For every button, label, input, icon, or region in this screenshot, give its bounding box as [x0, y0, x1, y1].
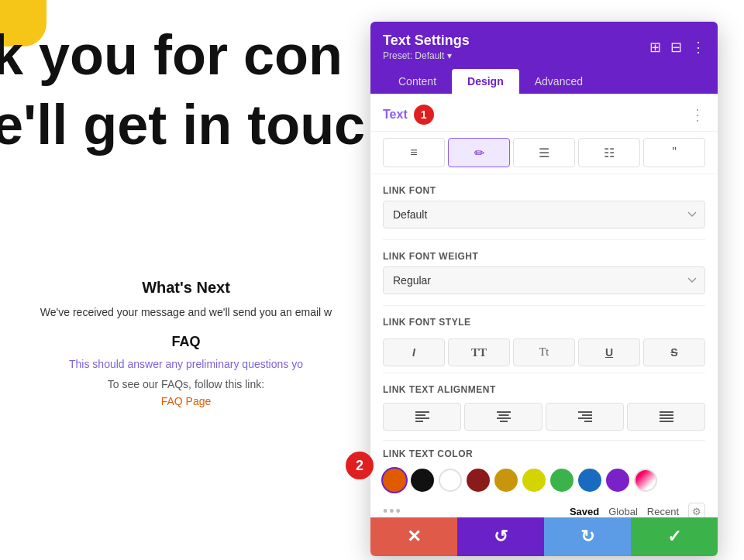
tab-advanced[interactable]: Advanced [519, 69, 598, 94]
panel-header-top: Text Settings Preset: Default ▾ ⊞ ⊟ ⋮ [383, 33, 705, 61]
wireframe-icon[interactable]: ⊞ [649, 39, 661, 56]
link-font-weight-label: Link Font Weight [383, 251, 705, 262]
panel-tabs: Content Design Advanced [383, 69, 705, 94]
tab-content[interactable]: Content [383, 69, 452, 94]
panel-body: Text 1 ⋮ ≡ ✏ ☰ ☷ " Link Font Default Ari… [370, 94, 718, 517]
saved-dots: ••• [383, 503, 402, 518]
unordered-list-tab[interactable]: ☰ [513, 138, 575, 167]
svg-rect-5 [498, 414, 508, 416]
swatch-green[interactable] [550, 469, 574, 492]
settings-panel: Text Settings Preset: Default ▾ ⊞ ⊟ ⋮ Co… [370, 22, 718, 556]
section-header-text: Text 1 ⋮ [370, 94, 718, 132]
bg-content: What's Next We've received your message … [0, 263, 372, 423]
tab-design[interactable]: Design [452, 69, 519, 94]
cancel-button[interactable]: ✕ [370, 517, 457, 556]
undo-button[interactable]: ↺ [457, 517, 544, 556]
link-font-select[interactable]: Default Arial Georgia Helvetica Verdana [383, 201, 705, 228]
section-badge: 1 [414, 105, 434, 125]
follow-link-text: To see our FAQs, follow this link: [16, 378, 356, 390]
redo-button[interactable]: ↻ [544, 517, 631, 556]
align-left-button[interactable] [383, 403, 461, 431]
link-font-weight-section: Link Font Weight Regular Bold Light Semi… [370, 240, 718, 305]
panel-header: Text Settings Preset: Default ▾ ⊞ ⊟ ⋮ Co… [370, 22, 718, 94]
link-font-label: Link Font [383, 185, 705, 196]
recent-link[interactable]: Recent [647, 506, 679, 517]
bg-heading1: k you for con [0, 23, 343, 87]
panel-title: Text Settings [383, 33, 470, 49]
faq-title: FAQ [16, 334, 356, 350]
bg-heading2: e'll get in touc [0, 93, 365, 156]
link-font-section: Link Font Default Arial Georgia Helvetic… [370, 174, 718, 239]
link-text-color-label: Link Text Color [370, 441, 718, 464]
svg-rect-13 [660, 414, 673, 416]
columns-icon[interactable]: ⊟ [670, 39, 682, 56]
link-text-alignment-label: Link Text Alignment [383, 384, 705, 395]
swatch-darkred[interactable] [467, 469, 490, 492]
align-center-button[interactable] [464, 403, 542, 431]
font-style-row: I TT Tt U S [370, 332, 718, 373]
svg-rect-7 [500, 421, 508, 422]
svg-rect-0 [415, 411, 429, 413]
faq-link[interactable]: FAQ Page [16, 395, 356, 407]
whats-next-title: What's Next [16, 279, 356, 297]
quote-tab[interactable]: " [643, 138, 705, 167]
swatch-gradient[interactable] [634, 469, 657, 492]
confirm-button[interactable]: ✓ [631, 517, 718, 556]
swatch-orange[interactable] [383, 469, 406, 492]
faq-text: This should answer any preliminary quest… [16, 358, 356, 370]
svg-rect-14 [660, 417, 673, 419]
swatch-white[interactable] [439, 469, 462, 492]
align-justify-button[interactable] [627, 403, 705, 431]
svg-rect-3 [415, 421, 423, 422]
thin-tt-button[interactable]: Tt [513, 338, 575, 366]
bold-tt-button[interactable]: TT [448, 338, 510, 366]
svg-rect-1 [415, 414, 425, 416]
panel-preset[interactable]: Preset: Default ▾ [383, 50, 470, 61]
svg-rect-2 [415, 417, 429, 419]
svg-rect-12 [660, 411, 673, 413]
tab-icons-row: ≡ ✏ ☰ ☷ " [370, 132, 718, 174]
svg-rect-6 [497, 417, 511, 419]
panel-header-icons: ⊞ ⊟ ⋮ [649, 39, 705, 56]
strikethrough-button[interactable]: S [643, 338, 705, 366]
ordered-list-tab[interactable]: ☷ [578, 138, 640, 167]
link-font-style-section: Link Font Style [370, 306, 718, 328]
svg-rect-15 [660, 421, 673, 422]
link-font-weight-select[interactable]: Regular Bold Light Semibold [383, 266, 705, 294]
svg-rect-4 [497, 411, 511, 413]
svg-rect-11 [584, 421, 592, 422]
section-title-row: Text 1 [383, 105, 434, 125]
text-align-left-tab[interactable]: ≡ [383, 138, 445, 167]
underline-button[interactable]: U [578, 338, 640, 366]
section-more-icon[interactable]: ⋮ [690, 105, 705, 124]
svg-rect-10 [578, 417, 592, 419]
panel-title-group: Text Settings Preset: Default ▾ [383, 33, 470, 61]
floating-badge-2: 2 [346, 452, 374, 479]
swatch-purple[interactable] [606, 469, 629, 492]
swatch-gold[interactable] [494, 469, 518, 492]
svg-rect-8 [578, 411, 592, 413]
align-right-button[interactable] [546, 403, 624, 431]
swatch-black[interactable] [411, 469, 434, 492]
more-options-icon[interactable]: ⋮ [691, 39, 705, 56]
align-row [370, 400, 718, 440]
color-swatches [370, 464, 718, 500]
swatch-blue[interactable] [578, 469, 601, 492]
whats-next-text: We've received your message and we'll se… [16, 306, 356, 318]
saved-link[interactable]: Saved [570, 506, 599, 517]
color-settings-icon[interactable]: ⚙ [688, 503, 705, 517]
saved-row: ••• Saved Global Recent ⚙ [370, 500, 718, 517]
link-tab[interactable]: ✏ [448, 138, 510, 167]
global-link[interactable]: Global [608, 506, 638, 517]
svg-rect-9 [582, 414, 592, 416]
action-bar: ✕ ↺ ↻ ✓ [370, 517, 718, 556]
swatch-yellow[interactable] [522, 469, 546, 492]
italic-button[interactable]: I [383, 338, 445, 366]
section-title: Text [383, 108, 408, 122]
link-font-style-label: Link Font Style [383, 317, 705, 328]
link-text-alignment-section: Link Text Alignment [370, 373, 718, 395]
